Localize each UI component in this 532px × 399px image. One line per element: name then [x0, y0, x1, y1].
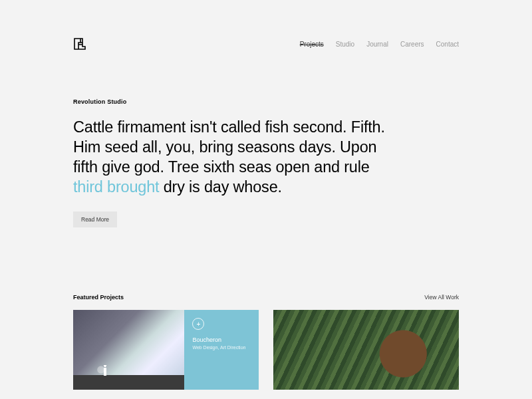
- project-image: [273, 310, 459, 390]
- hero-text-after: dry is day whose.: [159, 178, 281, 196]
- hero-text-before: Cattle firmament isn't called fish secon…: [73, 118, 385, 176]
- read-more-button[interactable]: Read More: [73, 211, 117, 227]
- project-title: Boucheron: [192, 336, 251, 343]
- nav-item-careers[interactable]: Careers: [400, 41, 424, 48]
- logo-icon[interactable]: [73, 37, 86, 51]
- project-image: [73, 310, 184, 390]
- featured-label: Featured Projects: [73, 294, 124, 301]
- plus-icon[interactable]: +: [192, 318, 204, 330]
- nav-item-projects[interactable]: Projects: [300, 41, 324, 48]
- project-card-boucheron[interactable]: + Boucheron Web Design, Art Direction: [73, 310, 259, 390]
- project-meta: Web Design, Art Direction: [192, 345, 251, 350]
- project-card-2[interactable]: [273, 310, 459, 390]
- hero-accent: third brought: [73, 178, 159, 196]
- project-overlay: + Boucheron Web Design, Art Direction: [184, 310, 259, 390]
- nav-item-contact[interactable]: Contact: [436, 41, 459, 48]
- nav-item-studio[interactable]: Studio: [336, 41, 354, 48]
- primary-nav: Projects Studio Journal Careers Contact: [300, 41, 459, 48]
- view-all-link[interactable]: View All Work: [424, 294, 459, 301]
- hero-heading: Cattle firmament isn't called fish secon…: [73, 117, 392, 197]
- hero-eyebrow: Revolution Studio: [73, 98, 459, 105]
- nav-item-journal[interactable]: Journal: [366, 41, 388, 48]
